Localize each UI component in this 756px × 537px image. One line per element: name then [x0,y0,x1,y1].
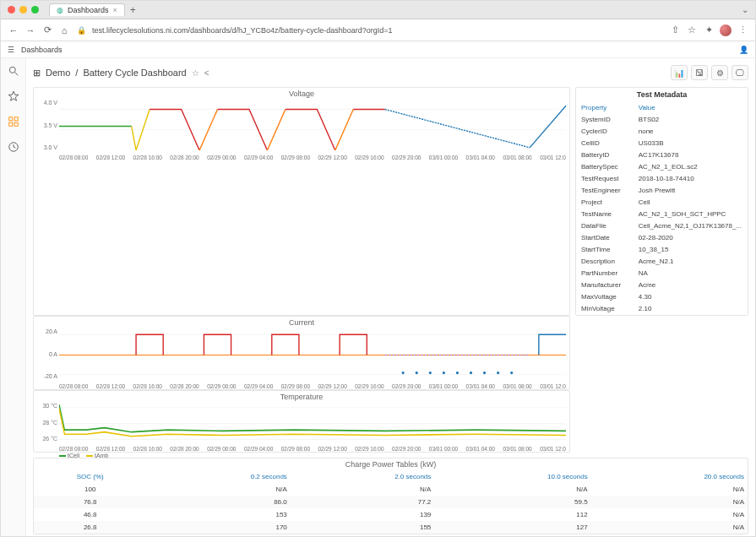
svg-rect-4 [14,117,18,121]
power-col[interactable]: 10.0 seconds [434,470,590,483]
x-tick: 02/28 20:00 [170,383,199,389]
meta-value: Cell [635,197,746,207]
metadata-row: BatteryIDAC17K13678 [578,149,746,160]
meta-value: 2018-10-18-74410 [635,173,746,183]
x-tick: 03/01 04:00 [466,155,495,160]
dashboards-icon[interactable] [8,116,19,129]
x-tick: 02/28 08:00 [59,155,88,160]
metadata-row: CellIDUS033B [578,138,746,148]
x-tick: 02/28 12:00 [96,383,125,389]
bookmark-icon[interactable]: ☆ [686,24,698,35]
meta-value: BTS02 [635,114,746,124]
save-button[interactable]: 🖫 [691,65,708,80]
metadata-row: StartDate02-28-2020 [578,232,746,242]
meta-key: BatterySpec [578,161,634,171]
breadcrumb-title[interactable]: Battery Cycle Dashboard [83,68,186,78]
favorite-dashboard-icon[interactable]: ☆ [192,68,199,78]
meta-value: Acme_N2.1 [635,256,746,266]
add-panel-button[interactable]: 📊 [671,65,688,80]
meta-key: MinVoltage [578,303,634,313]
x-tick: 02/28 20:00 [170,155,199,160]
meta-value: Cell_Acme_N2,1_OJ17K13678_... [635,220,746,231]
legend-tcell: tCell [68,453,79,458]
y-tick: 3.0 V [35,144,57,150]
x-tick: 02/28 08:00 [59,446,88,452]
power-row: 46.8153139112N/A [34,508,748,521]
meta-key: MaxVoltage [578,291,634,301]
user-icon[interactable]: 👤 [739,46,748,54]
svg-rect-3 [8,117,12,121]
power-col[interactable]: 0.2 seconds [146,470,290,483]
power-cell: 155 [291,521,434,534]
meta-col-property: Property [578,103,634,112]
power-row: 26.8170155127N/A [34,521,748,534]
settings-button[interactable]: ⚙ [711,65,728,80]
power-col[interactable]: 20.0 seconds [591,470,748,483]
metadata-row: DataFileCell_Acme_N2,1_OJ17K13678_... [578,220,746,231]
close-tab-icon[interactable]: × [113,6,117,14]
window-minimize[interactable] [19,6,27,14]
svg-marker-2 [8,91,19,100]
x-tick: 02/29 00:00 [207,446,236,452]
power-cell: 127 [434,521,590,534]
view-button[interactable]: 🖵 [732,65,748,80]
metadata-panel: Test Metadata Property Value SystemIDBTS… [575,87,748,316]
current-title: Current [34,317,569,328]
x-tick: 03/01 04:00 [466,446,495,452]
metadata-row: SystemIDBTS02 [578,114,746,124]
x-tick: 02/28 16:00 [133,155,162,160]
window-zoom[interactable] [31,6,39,14]
explore-icon[interactable] [8,141,19,155]
breadcrumb-folder[interactable]: Demo [46,68,70,78]
legend-tamb: tAmb [95,453,108,458]
svg-point-21 [484,372,486,374]
x-tick: 02/29 08:00 [281,155,310,160]
power-col[interactable]: 2.0 seconds [291,470,434,483]
search-icon[interactable] [8,65,19,79]
temperature-plot[interactable] [59,404,566,442]
menu-icon[interactable]: ☰ [8,46,14,54]
meta-value: US033B [635,138,746,148]
nav-reload-icon[interactable]: ⟳ [41,24,53,35]
metadata-row: CyclerIDnone [578,126,746,136]
lock-icon[interactable]: 🔒 [75,26,87,35]
extension-icon[interactable]: ✦ [703,24,715,35]
browser-tab[interactable]: ◍ Dashboards × [49,3,125,16]
x-tick: 02/29 00:00 [207,155,236,160]
meta-key: TestEngineer [578,185,634,195]
tabs-expand-icon[interactable]: ⌄ [742,5,748,14]
x-tick: 03/01 00:00 [429,383,458,389]
browser-tab-bar: ◍ Dashboards × + ⌄ [1,1,755,19]
star-icon[interactable] [8,90,19,104]
temperature-panel: Temperature 30 °C 28 °C 26 °C [33,390,570,453]
power-cell: 112 [434,508,590,521]
share-icon[interactable]: ⇧ [669,24,681,35]
metadata-row: ManufacturerAcme [578,279,746,290]
x-tick: 03/01 04:00 [466,383,495,389]
power-cell: 153 [146,508,290,521]
x-tick: 03/01 00:00 [429,155,458,160]
kebab-menu-icon[interactable]: ⋮ [737,24,748,35]
metadata-row: TestEngineerJosh Prewitt [578,185,746,195]
nav-forward-icon[interactable]: → [24,25,36,35]
share-dashboard-icon[interactable]: < [204,68,209,78]
voltage-plot[interactable] [59,101,566,150]
meta-value: AC_N2_1_EOL.sc2 [635,161,746,171]
power-cell: N/A [591,521,748,534]
current-plot[interactable] [59,330,566,379]
nav-back-icon[interactable]: ← [8,25,19,35]
svg-point-23 [511,372,513,374]
x-tick: 02/29 20:00 [392,155,421,160]
svg-point-22 [498,372,499,374]
svg-rect-6 [14,122,18,126]
x-tick: 02/28 12:00 [96,446,125,452]
profile-avatar[interactable] [720,24,732,36]
x-tick: 03/01 08:00 [503,446,531,452]
power-cell: 77.2 [291,496,434,508]
url-field[interactable]: test.lifecyclesolutions.ni.com/dashboard… [92,26,664,35]
power-cell: N/A [591,508,748,521]
nav-home-icon[interactable]: ⌂ [58,25,70,35]
new-tab-button[interactable]: + [130,4,136,16]
power-col[interactable]: SOC (%) [34,470,146,483]
window-close[interactable] [8,6,15,14]
